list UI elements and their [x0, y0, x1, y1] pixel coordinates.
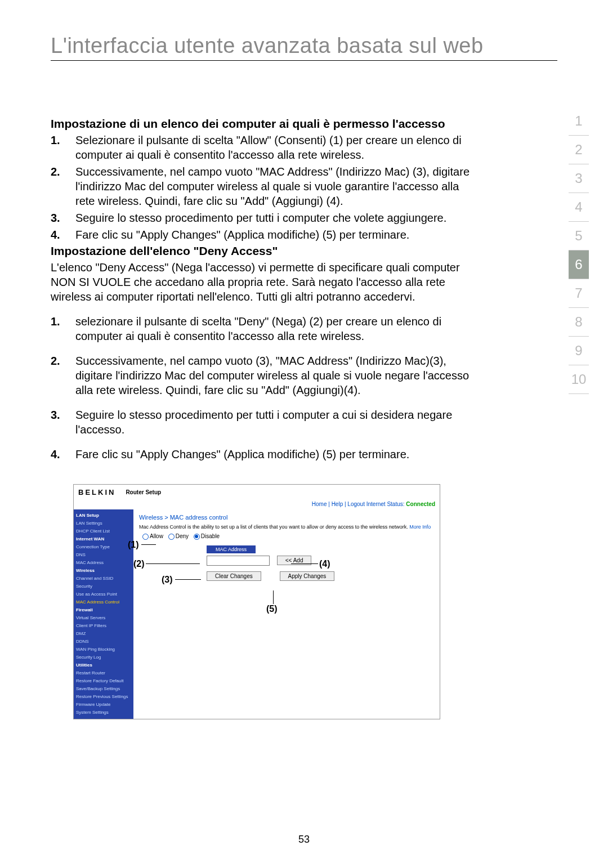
- section-cell-9[interactable]: 9: [569, 337, 589, 365]
- desc-text: Mac Address Control is the ability to se…: [139, 524, 408, 530]
- sidebar-item[interactable]: WAN Ping Blocking: [76, 646, 131, 654]
- allow-list: 1.Selezionare il pulsante di scelta "All…: [51, 133, 473, 242]
- sidebar-item[interactable]: Use as Access Point: [76, 590, 131, 598]
- deny-intro: L'elenco "Deny Access" (Nega l'accesso) …: [51, 260, 473, 304]
- list-item-text: Successivamente, nel campo vuoto (3), "M…: [75, 354, 473, 397]
- sidebar-header: LAN Setup: [76, 512, 131, 520]
- sidebar-item[interactable]: Security: [76, 583, 131, 590]
- section-cell-7[interactable]: 7: [569, 279, 589, 308]
- sidebar-item[interactable]: System Settings: [76, 709, 131, 717]
- router-setup-label: Router Setup: [126, 489, 161, 495]
- section-cell-2[interactable]: 2: [569, 136, 589, 164]
- sidebar: LAN SetupLAN SettingsDHCP Client ListInt…: [74, 509, 133, 719]
- section-cell-3[interactable]: 3: [569, 164, 589, 193]
- sidebar-item[interactable]: DHCP Client List: [76, 527, 131, 535]
- list-item-text: Fare clic su "Apply Changes" (Applica mo…: [75, 227, 473, 242]
- section-cell-8[interactable]: 8: [569, 308, 589, 337]
- deny-radio[interactable]: [168, 534, 175, 540]
- callout-1: (1): [128, 540, 139, 550]
- deny-heading: Impostazione dell'elenco "Deny Access": [51, 244, 473, 258]
- sidebar-item[interactable]: MAC Address Control: [76, 598, 131, 606]
- list-number: 2.: [51, 354, 75, 397]
- page-title: L'interfaccia utente avanzata basata sul…: [51, 34, 557, 61]
- mac-address-input[interactable]: [207, 556, 270, 566]
- top-links[interactable]: Home | Help | Logout Internet Status: Co…: [74, 500, 440, 509]
- section-cell-6[interactable]: 6: [569, 250, 589, 279]
- allow-radio-label: Allow: [150, 533, 163, 539]
- sidebar-item[interactable]: Restore Factory Default: [76, 677, 131, 685]
- router-screenshot: BELKIN Router Setup Home | Help | Logout…: [73, 484, 440, 719]
- list-number: 4.: [51, 227, 75, 242]
- sidebar-item[interactable]: DDNS: [76, 638, 131, 646]
- callout-3: (3): [162, 575, 173, 585]
- clear-changes-button[interactable]: Clear Changes: [207, 571, 261, 581]
- sidebar-item[interactable]: Restart Router: [76, 669, 131, 677]
- allow-heading: Impostazione di un elenco dei computer a…: [51, 117, 473, 131]
- list-item-text: Selezionare il pulsante di scelta "Allow…: [75, 133, 473, 162]
- list-item-text: Seguire lo stesso procedimento per tutti…: [75, 408, 473, 437]
- radio-row: Allow Deny Disable: [139, 533, 434, 540]
- list-item-text: Seguire lo stesso procedimento per tutti…: [75, 211, 473, 225]
- list-number: 1.: [51, 133, 75, 162]
- mac-address-header: MAC Address: [207, 545, 256, 553]
- section-cell-5[interactable]: 5: [569, 222, 589, 250]
- disable-radio-label: Disable: [201, 533, 220, 539]
- sidebar-item[interactable]: LAN Settings: [76, 520, 131, 527]
- sidebar-header: Firewall: [76, 606, 131, 614]
- sidebar-item[interactable]: Restore Previous Settings: [76, 693, 131, 701]
- sidebar-header: Internet WAN: [76, 535, 131, 543]
- section-nav: sezione 12345678910: [569, 107, 589, 394]
- sidebar-item[interactable]: Virtual Servers: [76, 614, 131, 622]
- list-number: 3.: [51, 211, 75, 225]
- sidebar-header: Utilities: [76, 661, 131, 669]
- brand-logo: BELKIN: [78, 488, 115, 496]
- disable-radio[interactable]: [194, 534, 200, 540]
- breadcrumb: Wireless > MAC address control: [139, 514, 434, 521]
- sidebar-header: Wireless: [76, 567, 131, 575]
- sidebar-item[interactable]: Connection Type: [76, 543, 131, 551]
- callout-2: (2): [133, 559, 145, 569]
- list-number: 3.: [51, 408, 75, 437]
- list-item-text: Fare clic su "Apply Changes" (Applica mo…: [75, 447, 473, 462]
- top-links-text: Home | Help | Logout Internet Status:: [312, 501, 405, 507]
- section-cell-10[interactable]: 10: [569, 365, 589, 394]
- sidebar-item[interactable]: Save/Backup Settings: [76, 685, 131, 693]
- status-value: Connected: [406, 501, 435, 507]
- more-info-link[interactable]: More Info: [409, 524, 431, 530]
- allow-radio[interactable]: [142, 534, 149, 540]
- list-number: 1.: [51, 314, 75, 343]
- sidebar-item[interactable]: Security Log: [76, 654, 131, 661]
- mac-desc: Mac Address Control is the ability to se…: [139, 524, 434, 530]
- deny-radio-label: Deny: [176, 533, 189, 539]
- callout-5: (5): [266, 604, 278, 614]
- sidebar-item[interactable]: MAC Address: [76, 559, 131, 567]
- list-item-text: Successivamente, nel campo vuoto "MAC Ad…: [75, 164, 473, 208]
- list-number: 4.: [51, 447, 75, 462]
- section-cell-4[interactable]: 4: [569, 193, 589, 222]
- sidebar-item[interactable]: Firmware Update: [76, 701, 131, 709]
- section-cell-1[interactable]: 1: [569, 107, 589, 136]
- page-number: 53: [0, 834, 608, 845]
- callout-4: (4): [319, 559, 330, 569]
- sidebar-item[interactable]: DMZ: [76, 630, 131, 638]
- list-number: 2.: [51, 164, 75, 208]
- list-item-text: selezionare il pulsante di scelta "Deny"…: [75, 314, 473, 343]
- sidebar-item[interactable]: DNS: [76, 551, 131, 559]
- apply-changes-button[interactable]: Apply Changes: [280, 571, 335, 581]
- sidebar-item[interactable]: Client IP Filters: [76, 622, 131, 630]
- sidebar-item[interactable]: Channel and SSID: [76, 575, 131, 583]
- deny-list: 1.selezionare il pulsante di scelta "Den…: [51, 314, 473, 462]
